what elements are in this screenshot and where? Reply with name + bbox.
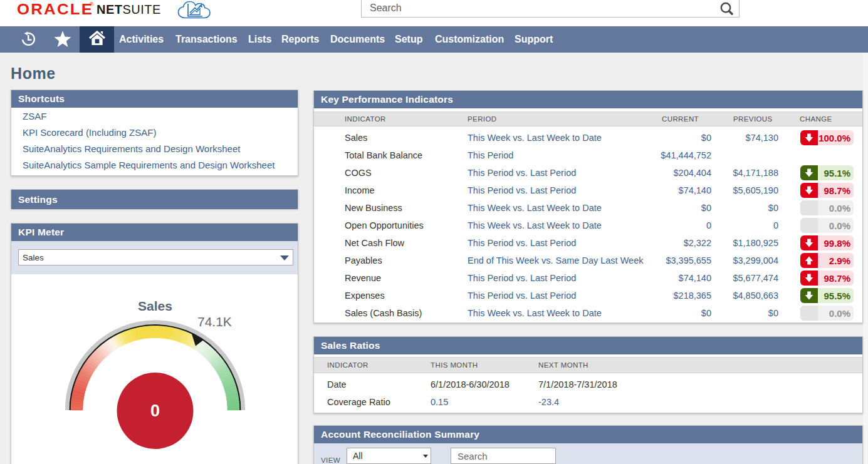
svg-text:Sales: Sales — [138, 299, 172, 313]
svg-text:74.1K: 74.1K — [197, 314, 232, 329]
svg-text:0: 0 — [150, 401, 160, 420]
